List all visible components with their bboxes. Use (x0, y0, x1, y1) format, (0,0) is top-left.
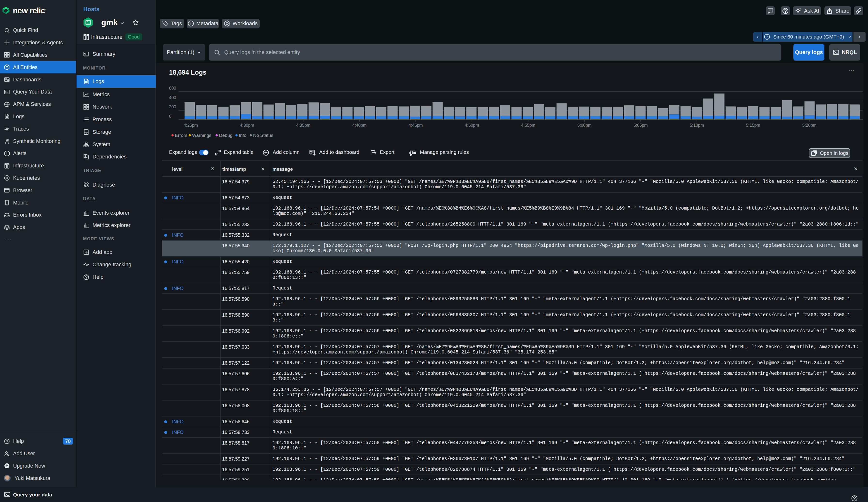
svg-text:5:10pm: 5:10pm (690, 123, 704, 128)
svg-text:5:15pm: 5:15pm (746, 123, 760, 128)
svg-text:4:55pm: 4:55pm (521, 123, 535, 128)
svg-text:5:05pm: 5:05pm (633, 123, 648, 128)
svg-text:4:40pm: 4:40pm (352, 123, 367, 128)
svg-text:200: 200 (169, 104, 176, 109)
svg-text:400: 400 (169, 95, 176, 100)
svg-text:4:45pm: 4:45pm (409, 123, 423, 128)
svg-text:5:20pm: 5:20pm (802, 123, 816, 128)
svg-text:4:35pm: 4:35pm (296, 123, 310, 128)
svg-text:4:25pm: 4:25pm (184, 123, 198, 128)
svg-text:4:50pm: 4:50pm (465, 123, 479, 128)
svg-text:600: 600 (169, 86, 176, 91)
svg-text:5:00pm: 5:00pm (577, 123, 592, 128)
svg-text:4:30pm: 4:30pm (240, 123, 254, 128)
svg-text:0: 0 (169, 114, 172, 119)
